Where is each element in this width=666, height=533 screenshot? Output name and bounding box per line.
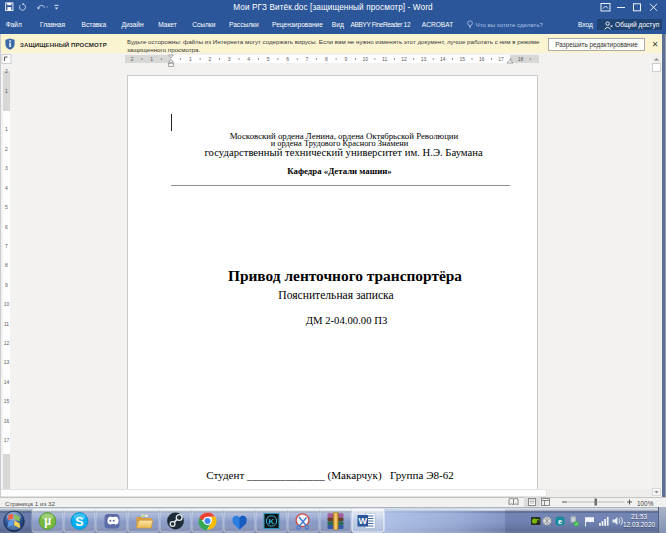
svg-text:11: 11 — [382, 56, 387, 62]
svg-text:5: 5 — [5, 204, 8, 210]
svg-text:2: 2 — [5, 146, 8, 152]
svg-text:10: 10 — [362, 56, 368, 62]
svg-text:18: 18 — [518, 56, 524, 62]
svg-text:7: 7 — [5, 243, 8, 249]
svg-text:1: 1 — [5, 88, 8, 94]
svg-text:14: 14 — [440, 56, 446, 62]
svg-text:1: 1 — [189, 56, 192, 62]
svg-text:9: 9 — [5, 282, 8, 288]
svg-text:2: 2 — [208, 56, 211, 62]
svg-text:12: 12 — [401, 56, 407, 62]
svg-text:15: 15 — [460, 56, 466, 62]
svg-text:17: 17 — [4, 437, 10, 443]
svg-text:7: 7 — [306, 56, 309, 62]
svg-text:S: S — [75, 515, 83, 529]
svg-text:K: K — [269, 517, 275, 526]
svg-text:12: 12 — [4, 340, 10, 346]
svg-text:13: 13 — [4, 359, 10, 365]
svg-text:5: 5 — [267, 56, 270, 62]
svg-text:11: 11 — [4, 321, 9, 327]
svg-text:4: 4 — [5, 185, 8, 191]
svg-text:17: 17 — [498, 56, 504, 62]
svg-text:6: 6 — [5, 224, 8, 230]
svg-text:µ: µ — [44, 514, 51, 528]
svg-text:1: 1 — [150, 56, 153, 62]
svg-text:16: 16 — [4, 418, 10, 424]
svg-text:W: W — [358, 516, 367, 526]
svg-text:2: 2 — [5, 68, 8, 74]
svg-text:8: 8 — [5, 262, 8, 268]
svg-text:16: 16 — [479, 56, 485, 62]
svg-text:15: 15 — [4, 398, 10, 404]
svg-text:2: 2 — [131, 56, 134, 62]
svg-text:6: 6 — [286, 56, 289, 62]
svg-text:3: 3 — [228, 56, 231, 62]
svg-text:10: 10 — [4, 301, 10, 307]
svg-text:8: 8 — [325, 56, 328, 62]
svg-text:13: 13 — [421, 56, 427, 62]
svg-text:e: e — [558, 517, 562, 526]
svg-text:3: 3 — [5, 165, 8, 171]
svg-text:14: 14 — [4, 379, 10, 385]
svg-text:9: 9 — [344, 56, 347, 62]
svg-text:1: 1 — [5, 126, 8, 132]
svg-text:4: 4 — [247, 56, 250, 62]
